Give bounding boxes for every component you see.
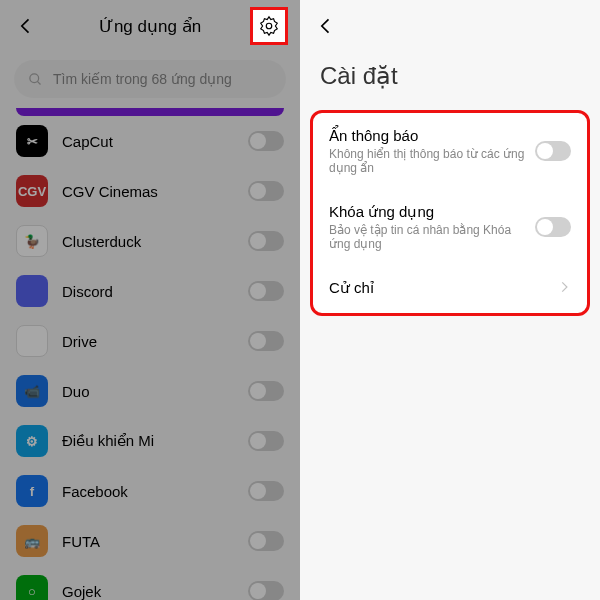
app-icon: ✂ bbox=[16, 125, 48, 157]
app-toggle[interactable] bbox=[248, 231, 284, 251]
app-name: CGV Cinemas bbox=[62, 183, 248, 200]
arrow-left-icon bbox=[16, 16, 36, 36]
app-row: 🦆 Clusterduck bbox=[0, 216, 300, 266]
search-input[interactable]: Tìm kiếm trong 68 ứng dụng bbox=[14, 60, 286, 98]
app-icon: 🚌 bbox=[16, 525, 48, 557]
app-row: △ Drive bbox=[0, 316, 300, 366]
app-name: Điều khiển Mi bbox=[62, 432, 248, 450]
app-icon: 🦆 bbox=[16, 225, 48, 257]
back-button-right[interactable] bbox=[312, 12, 340, 40]
settings-row[interactable]: Khóa ứng dụng Bảo vệ tập tin cá nhân bằn… bbox=[313, 189, 587, 265]
app-icon: ○ bbox=[16, 575, 48, 600]
arrow-left-icon bbox=[316, 16, 336, 36]
back-button-left[interactable] bbox=[12, 12, 40, 40]
left-title: Ứng dụng ẩn bbox=[99, 16, 201, 37]
gear-icon bbox=[258, 15, 280, 37]
search-icon bbox=[28, 72, 43, 87]
app-icon bbox=[16, 275, 48, 307]
hidden-apps-panel: Ứng dụng ẩn Tìm kiếm trong 68 ứng dụng ✂… bbox=[0, 0, 300, 600]
app-row: 📹 Duo bbox=[0, 366, 300, 416]
app-name: Drive bbox=[62, 333, 248, 350]
app-icon: △ bbox=[16, 325, 48, 357]
app-row: 🚌 FUTA bbox=[0, 516, 300, 566]
app-name: Duo bbox=[62, 383, 248, 400]
app-row: ⚙ Điều khiển Mi bbox=[0, 416, 300, 466]
setting-title: Ẩn thông báo bbox=[329, 127, 535, 145]
app-row: ✂ CapCut bbox=[0, 116, 300, 166]
app-toggle[interactable] bbox=[248, 281, 284, 301]
svg-point-0 bbox=[266, 23, 272, 29]
app-toggle[interactable] bbox=[248, 381, 284, 401]
apps-list: ✂ CapCut CGV CGV Cinemas 🦆 Clusterduck D… bbox=[0, 108, 300, 600]
settings-panel: Cài đặt Ẩn thông báo Không hiển thị thôn… bbox=[300, 0, 600, 600]
app-toggle[interactable] bbox=[248, 181, 284, 201]
setting-title: Cử chỉ bbox=[329, 279, 557, 297]
app-toggle[interactable] bbox=[248, 431, 284, 451]
app-toggle[interactable] bbox=[248, 481, 284, 501]
app-name: Gojek bbox=[62, 583, 248, 600]
right-header bbox=[300, 0, 600, 52]
app-row: CGV CGV Cinemas bbox=[0, 166, 300, 216]
svg-point-1 bbox=[30, 73, 39, 82]
app-toggle[interactable] bbox=[248, 331, 284, 351]
search-placeholder: Tìm kiếm trong 68 ứng dụng bbox=[53, 71, 232, 87]
settings-card-highlight: Ẩn thông báo Không hiển thị thông báo từ… bbox=[310, 110, 590, 316]
setting-desc: Không hiển thị thông báo từ các ứng dụng… bbox=[329, 147, 535, 175]
app-name: CapCut bbox=[62, 133, 248, 150]
app-icon: f bbox=[16, 475, 48, 507]
app-name: Facebook bbox=[62, 483, 248, 500]
app-icon: CGV bbox=[16, 175, 48, 207]
app-name: FUTA bbox=[62, 533, 248, 550]
chevron-right-icon bbox=[557, 280, 571, 298]
settings-title: Cài đặt bbox=[300, 52, 600, 110]
app-toggle[interactable] bbox=[248, 581, 284, 600]
settings-button[interactable] bbox=[257, 14, 281, 38]
app-name: Clusterduck bbox=[62, 233, 248, 250]
app-toggle[interactable] bbox=[248, 131, 284, 151]
setting-title: Khóa ứng dụng bbox=[329, 203, 535, 221]
app-row: f Facebook bbox=[0, 466, 300, 516]
left-header: Ứng dụng ẩn bbox=[0, 0, 300, 52]
app-icon: ⚙ bbox=[16, 425, 48, 457]
settings-row[interactable]: Cử chỉ bbox=[313, 265, 587, 313]
app-row: Discord bbox=[0, 266, 300, 316]
settings-button-highlight bbox=[250, 7, 288, 45]
app-row: ○ Gojek bbox=[0, 566, 300, 600]
app-toggle[interactable] bbox=[248, 531, 284, 551]
app-name: Discord bbox=[62, 283, 248, 300]
app-icon-partial bbox=[16, 108, 284, 116]
setting-toggle[interactable] bbox=[535, 141, 571, 161]
settings-row[interactable]: Ẩn thông báo Không hiển thị thông báo từ… bbox=[313, 113, 587, 189]
setting-toggle[interactable] bbox=[535, 217, 571, 237]
setting-desc: Bảo vệ tập tin cá nhân bằng Khóa ứng dụn… bbox=[329, 223, 535, 251]
app-icon: 📹 bbox=[16, 375, 48, 407]
